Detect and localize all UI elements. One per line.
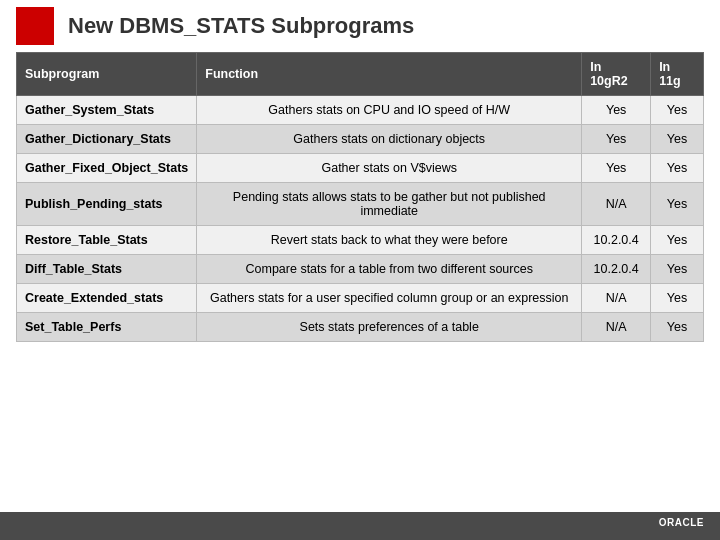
cell-subprogram: Set_Table_Perfs (17, 313, 197, 342)
content-area: Subprogram Function In 10gR2 In 11g Gath… (0, 52, 720, 342)
cell-function: Gathers stats on dictionary objects (197, 125, 582, 154)
col-header-in10gr2: In 10gR2 (582, 53, 651, 96)
cell-in10gr2: N/A (582, 284, 651, 313)
cell-in11g: Yes (651, 313, 704, 342)
cell-function: Gather stats on V$views (197, 154, 582, 183)
cell-in10gr2: Yes (582, 125, 651, 154)
cell-subprogram: Restore_Table_Stats (17, 226, 197, 255)
cell-subprogram: Diff_Table_Stats (17, 255, 197, 284)
table-row: Gather_Fixed_Object_StatsGather stats on… (17, 154, 704, 183)
cell-function: Sets stats preferences of a table (197, 313, 582, 342)
cell-subprogram: Gather_System_Stats (17, 96, 197, 125)
cell-function: Revert stats back to what they were befo… (197, 226, 582, 255)
cell-subprogram: Gather_Dictionary_Stats (17, 125, 197, 154)
table-header-row: Subprogram Function In 10gR2 In 11g (17, 53, 704, 96)
page-title: New DBMS_STATS Subprograms (68, 13, 414, 39)
cell-in11g: Yes (651, 96, 704, 125)
table-row: Create_Extended_statsGathers stats for a… (17, 284, 704, 313)
cell-in11g: Yes (651, 255, 704, 284)
table-row: Restore_Table_StatsRevert stats back to … (17, 226, 704, 255)
cell-function: Pending stats allows stats to be gather … (197, 183, 582, 226)
table-row: Gather_System_StatsGathers stats on CPU … (17, 96, 704, 125)
table-row: Gather_Dictionary_StatsGathers stats on … (17, 125, 704, 154)
cell-in11g: Yes (651, 125, 704, 154)
cell-in11g: Yes (651, 226, 704, 255)
cell-in11g: Yes (651, 183, 704, 226)
brand-mark (16, 7, 54, 45)
cell-in10gr2: N/A (582, 183, 651, 226)
table-row: Publish_Pending_statsPending stats allow… (17, 183, 704, 226)
table-row: Set_Table_PerfsSets stats preferences of… (17, 313, 704, 342)
cell-in10gr2: 10.2.0.4 (582, 255, 651, 284)
cell-in10gr2: Yes (582, 154, 651, 183)
cell-subprogram: Gather_Fixed_Object_Stats (17, 154, 197, 183)
oracle-logo: ORACLE (658, 517, 704, 535)
cell-function: Gathers stats on CPU and IO speed of H/W (197, 96, 582, 125)
col-header-in11g: In 11g (651, 53, 704, 96)
col-header-subprogram: Subprogram (17, 53, 197, 96)
cell-in11g: Yes (651, 284, 704, 313)
top-bar: New DBMS_STATS Subprograms (0, 0, 720, 52)
cell-in10gr2: N/A (582, 313, 651, 342)
cell-in11g: Yes (651, 154, 704, 183)
oracle-logo-text: ORACLE (659, 517, 704, 528)
cell-in10gr2: 10.2.0.4 (582, 226, 651, 255)
subprograms-table: Subprogram Function In 10gR2 In 11g Gath… (16, 52, 704, 342)
cell-subprogram: Publish_Pending_stats (17, 183, 197, 226)
cell-in10gr2: Yes (582, 96, 651, 125)
cell-function: Gathers stats for a user specified colum… (197, 284, 582, 313)
cell-function: Compare stats for a table from two diffe… (197, 255, 582, 284)
table-row: Diff_Table_StatsCompare stats for a tabl… (17, 255, 704, 284)
cell-subprogram: Create_Extended_stats (17, 284, 197, 313)
bottom-bar: ORACLE (0, 512, 720, 540)
col-header-function: Function (197, 53, 582, 96)
